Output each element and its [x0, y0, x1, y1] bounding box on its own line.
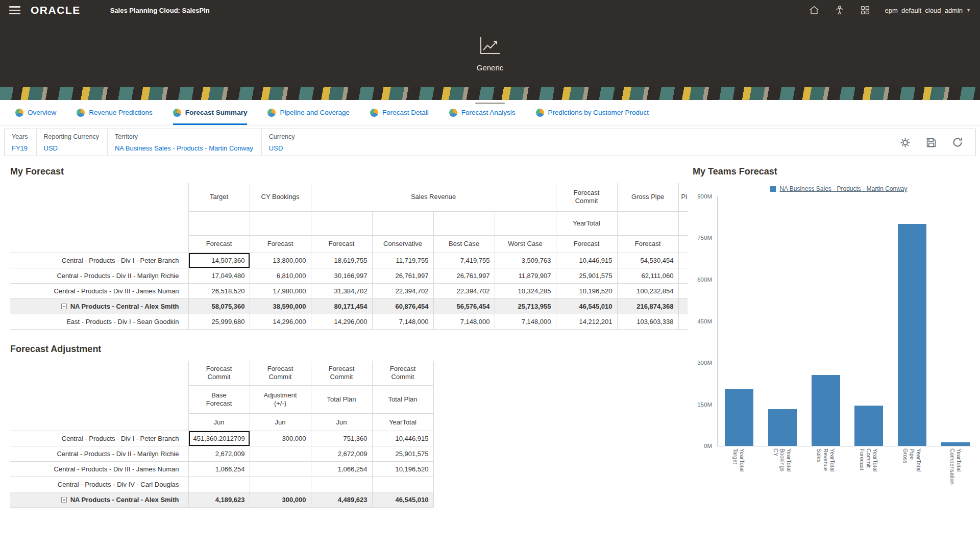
data-cell[interactable]: 7,419,755: [433, 253, 495, 268]
data-cell[interactable]: 25,999,680: [188, 314, 250, 329]
column-header[interactable]: Jun: [250, 414, 311, 431]
tab-forecast-detail[interactable]: Forecast Detail: [370, 100, 429, 125]
chart-bar-compensation-yeartotal[interactable]: [941, 442, 970, 446]
data-cell[interactable]: 30,166,997: [311, 268, 372, 283]
column-header[interactable]: Worst Case: [495, 235, 556, 253]
column-header[interactable]: Sales Revenue: [311, 183, 556, 211]
column-header[interactable]: [495, 211, 556, 235]
row-header-cell[interactable]: Central - Products - Div IV - Carl Dougl…: [10, 477, 188, 492]
data-cell[interactable]: 14,296,000: [250, 314, 311, 329]
column-header[interactable]: Base Forecast: [188, 386, 250, 414]
selected-data-cell[interactable]: 451,360.2012709: [188, 431, 250, 446]
data-cell[interactable]: [250, 462, 311, 477]
data-cell[interactable]: 56,576,454: [433, 298, 495, 314]
data-cell[interactable]: [250, 446, 311, 462]
data-cell[interactable]: 25,901,575: [556, 268, 617, 283]
column-header[interactable]: [188, 211, 250, 235]
data-cell[interactable]: 11,879,907: [495, 268, 556, 283]
save-button[interactable]: [926, 137, 937, 148]
data-cell[interactable]: 80,171,454: [311, 298, 372, 314]
data-cell[interactable]: 103,603,338: [617, 314, 678, 329]
legend-label[interactable]: NA Business Sales - Products - Martin Co…: [779, 185, 907, 192]
data-cell[interactable]: 38,590,000: [250, 298, 311, 314]
data-cell[interactable]: 17,049,480: [188, 268, 250, 283]
accessibility-icon[interactable]: [834, 5, 845, 16]
row-header-cell[interactable]: Central - Products - Div I - Peter Branc…: [10, 253, 188, 268]
column-header[interactable]: Forecast: [617, 235, 678, 253]
column-header[interactable]: CY Bookings: [250, 183, 311, 211]
data-cell[interactable]: [678, 314, 688, 329]
column-header[interactable]: [678, 235, 688, 253]
data-cell[interactable]: [678, 268, 688, 283]
data-cell[interactable]: 26,761,997: [433, 268, 495, 283]
data-cell[interactable]: 300,000: [250, 431, 311, 446]
column-header[interactable]: YearTotal: [372, 414, 433, 431]
data-cell[interactable]: 26,761,997: [372, 268, 433, 283]
column-header[interactable]: [433, 211, 495, 235]
banner-expand-handle[interactable]: [475, 103, 505, 104]
row-header-cell[interactable]: Central - Products - Div II - Marilyn Ri…: [10, 446, 188, 462]
data-cell[interactable]: 58,075,360: [188, 298, 250, 314]
column-header[interactable]: [678, 211, 688, 235]
data-cell[interactable]: 2,672,009: [311, 446, 372, 462]
column-header[interactable]: Target: [188, 183, 250, 211]
data-cell[interactable]: 10,324,285: [495, 283, 556, 298]
column-header[interactable]: Forecast Commit: [311, 361, 372, 386]
chart-bar-target-yeartotal[interactable]: [725, 389, 753, 446]
column-header[interactable]: Forecast: [556, 235, 617, 253]
hamburger-menu-button[interactable]: [9, 6, 20, 14]
column-header[interactable]: Best Case: [433, 235, 495, 253]
pov-member-link[interactable]: NA Business Sales - Products - Martin Co…: [115, 144, 253, 152]
chart-bar-gross-pipe-yeartotal[interactable]: [898, 224, 926, 446]
column-header[interactable]: Forecast: [250, 235, 311, 253]
column-header[interactable]: Forecast: [311, 235, 372, 253]
data-cell[interactable]: 7,148,000: [495, 314, 556, 329]
data-cell[interactable]: 2,672,009: [188, 446, 250, 462]
tab-predictions-by-customer-product[interactable]: Predictions by Customer Product: [536, 100, 649, 125]
column-header[interactable]: Jun: [188, 414, 250, 431]
data-cell[interactable]: 10,446,915: [556, 253, 617, 268]
chart-bar-forecast-commit-yeartotal[interactable]: [854, 406, 883, 446]
column-header[interactable]: YearTotal: [556, 211, 617, 235]
data-cell[interactable]: 14,212,201: [556, 314, 617, 329]
data-cell[interactable]: 4,189,623: [188, 492, 250, 508]
actions-gear-icon[interactable]: [900, 137, 911, 148]
column-header[interactable]: [311, 211, 372, 235]
data-cell[interactable]: 46,545,010: [372, 492, 433, 508]
data-cell[interactable]: 10,446,915: [372, 431, 433, 446]
data-cell[interactable]: 62,111,060: [617, 268, 678, 283]
column-header[interactable]: Forecast: [188, 235, 250, 253]
data-cell[interactable]: [678, 253, 688, 268]
data-cell[interactable]: 11,719,755: [372, 253, 433, 268]
data-cell[interactable]: [678, 298, 688, 314]
selected-data-cell[interactable]: 14,507,360: [188, 253, 250, 268]
column-header[interactable]: [617, 211, 678, 235]
data-cell[interactable]: 26,518,520: [188, 283, 250, 298]
data-cell[interactable]: 7,148,000: [372, 314, 433, 329]
tab-revenue-predictions[interactable]: Revenue Predictions: [77, 100, 153, 125]
data-cell[interactable]: 22,394,702: [372, 283, 433, 298]
data-cell[interactable]: 17,980,000: [250, 283, 311, 298]
column-header[interactable]: Adjustment (+/-): [250, 386, 311, 414]
data-cell[interactable]: 216,874,368: [617, 298, 678, 314]
data-cell[interactable]: 25,713,955: [495, 298, 556, 314]
row-header-cell[interactable]: Central - Products - Div I - Peter Branc…: [10, 431, 188, 446]
data-cell[interactable]: [372, 477, 433, 492]
column-header[interactable]: Forecast Commit: [556, 183, 617, 211]
collapse-icon[interactable]: [61, 497, 67, 503]
pov-member-link[interactable]: FY19: [12, 144, 28, 152]
pov-member-link[interactable]: USD: [269, 144, 295, 152]
data-cell[interactable]: [188, 477, 250, 492]
data-cell[interactable]: [250, 477, 311, 492]
data-cell[interactable]: 31,384,702: [311, 283, 372, 298]
data-cell[interactable]: 54,530,454: [617, 253, 678, 268]
data-cell[interactable]: 13,800,000: [250, 253, 311, 268]
data-cell[interactable]: 22,394,702: [433, 283, 495, 298]
column-header[interactable]: Forecast Commit: [372, 361, 433, 386]
chart-bar-cy-bookings-yeartotal[interactable]: [768, 409, 797, 446]
chart-bar-sales-revenue-yeartotal[interactable]: [812, 375, 840, 446]
row-header-cell[interactable]: East - Products - Div I - Sean Goodkin: [10, 314, 188, 329]
row-header-cell[interactable]: Central - Products - Div II - Marilyn Ri…: [10, 268, 188, 283]
collapse-icon[interactable]: [61, 304, 67, 309]
column-header[interactable]: Forecast Commit: [250, 361, 311, 386]
